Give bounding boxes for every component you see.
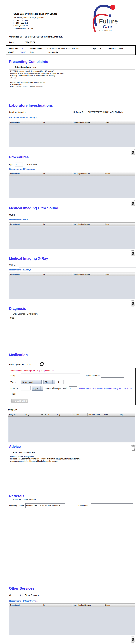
patient-info-row-2: Visit ID : 13857 Date : 2024-06-24	[8, 50, 136, 54]
meal-time-selected-value: Before Meal	[22, 381, 33, 383]
company-title: Future Care by Future Holdings (Pty) Lim…	[13, 13, 72, 16]
recommended-procedures-link[interactable]: Recommended Procedures	[9, 168, 139, 170]
trash-icon	[132, 150, 134, 154]
col-investigation-service: Investigation/Service	[73, 172, 104, 176]
advice-header-row: Advice	[9, 444, 136, 451]
lab-investigation-input[interactable]	[30, 110, 64, 114]
other-services-qty-input[interactable]	[15, 593, 23, 597]
trash-icon	[132, 302, 134, 306]
diagnosis-title: Diagnosis	[9, 306, 139, 311]
advice-textarea[interactable]: continue current management increase Tab…	[9, 455, 135, 488]
other-services-title: Other Services	[9, 586, 139, 590]
col-investigation-service: Investigation/Service	[73, 223, 104, 226]
col-department: Department	[10, 172, 42, 176]
way-qty-input[interactable]	[57, 380, 64, 384]
drug-list-table: Drug ID Drug Fequency Way Duration Durat…	[8, 413, 135, 442]
per-meal-label: Drugs/Tablets per meal :	[45, 387, 68, 390]
col-id: ID	[42, 223, 73, 226]
referrals-title: Refferals	[9, 494, 139, 498]
medication-title: Medication	[9, 353, 139, 357]
procedures-qty-input[interactable]	[15, 162, 23, 166]
xray-input-row: X-Rays :	[9, 263, 139, 268]
visit-date-label: Date	[30, 51, 47, 53]
duration-input[interactable]	[21, 386, 30, 390]
add-drug-button[interactable]: Add Drug	[11, 399, 28, 403]
gender-value: Male	[119, 48, 123, 50]
col-id: ID	[42, 121, 73, 124]
gender-label: Gender :	[108, 48, 119, 50]
diagnosis-sublabel: Enter Diagnosis Details Here	[13, 313, 139, 315]
logo-word-care-c: C	[103, 24, 106, 29]
logo-word-care-rest: re	[108, 24, 112, 29]
meal-time-select[interactable]: Before Meal ▼	[21, 380, 42, 384]
col-drug: Drug	[24, 413, 40, 416]
referred-by-value: ORITSETSETOS RAPHAEL PINNICK	[88, 111, 123, 114]
visit-date-value: : 2024-06-24	[47, 51, 58, 53]
frequency-select[interactable]: OD ▼	[43, 380, 55, 384]
delete-xray-item-button[interactable]	[131, 300, 135, 306]
delete-procedure-item-button[interactable]	[131, 200, 135, 206]
consulted-by-line: Consulted By : Dr. ORITSETSETOS RAPHAEL …	[9, 36, 139, 38]
refresh-prescription-id-button[interactable]	[40, 362, 44, 366]
xray-label: X-Rays :	[9, 264, 17, 266]
other-services-delete-row	[0, 636, 139, 642]
lab-table-body	[10, 124, 135, 147]
duration-unit-select[interactable]: Day/s ▼	[32, 386, 43, 390]
recommended-lab-testings-link[interactable]: Recommended Lab Testings	[9, 116, 139, 119]
duration-label: Duration :	[10, 387, 21, 390]
procedures-label: Procedures :	[26, 163, 38, 166]
decimal-fraction-note: Please add as decimal numbers when addin…	[79, 387, 132, 390]
prescription-id-input[interactable]	[26, 362, 39, 366]
referral-list-box[interactable]	[9, 510, 135, 583]
consultant-input[interactable]	[90, 504, 133, 508]
advice-title: Advice	[9, 444, 21, 449]
recommended-other-services-link[interactable]: Recommended Other Services	[9, 600, 139, 602]
delete-drug-list-item-button[interactable]	[130, 444, 136, 451]
recommended-xrays-link[interactable]: Recommended X-Rays	[9, 269, 139, 271]
logo-red-dot	[110, 5, 116, 10]
special-notes-input[interactable]	[101, 374, 124, 378]
trash-icon	[132, 251, 134, 256]
future-care-logo: Future C ♥ re Body Mind Soul	[90, 2, 122, 32]
patient-id-label: Patient ID :	[8, 48, 20, 50]
delete-lab-item-button[interactable]	[131, 149, 135, 155]
col-status: Status	[104, 172, 135, 176]
uss-table-header: Department ID Investigation/Service Stat…	[10, 223, 135, 226]
add-drug-label: Add Drug	[17, 400, 27, 402]
delete-uss-item-button[interactable]	[131, 250, 135, 256]
procedures-input[interactable]	[41, 162, 134, 167]
drug-input[interactable]	[21, 374, 80, 378]
col-status: Status	[104, 121, 135, 124]
xray-table: Department ID Investigation/Service Stat…	[9, 272, 135, 299]
other-services-qty-label: Qty :	[9, 594, 14, 596]
laboratory-investigations-title: Laboratory Investigations	[9, 104, 139, 108]
medication-entry-box: Please select the Drug from Drug suggess…	[6, 368, 136, 406]
way-row: Way : Before Meal ▼ OD ▼	[10, 380, 135, 384]
frequency-selected-value: OD	[45, 381, 48, 383]
visit-id-value: 13857	[20, 51, 30, 53]
trash-icon	[132, 638, 134, 642]
chevron-down-icon: ▼	[39, 380, 41, 384]
recommended-uss-link[interactable]: Recommended USS	[9, 218, 139, 221]
company-email: E: jude@future.sc	[13, 25, 72, 27]
other-services-input[interactable]	[42, 593, 134, 598]
company-address: Le Chainter,Victoria,Mahe,Seychelles	[13, 16, 72, 19]
consult-date-value: : 2024-06-24	[24, 41, 35, 43]
delete-other-service-item-button[interactable]	[131, 636, 135, 642]
complaints-textarea[interactable]: PT SEEN, a known type 2 dm managed for L…	[9, 69, 135, 99]
uss-label: USS :	[9, 214, 15, 216]
procedures-delete-row	[0, 200, 139, 206]
uss-table: Department ID Investigation/Service Stat…	[9, 222, 135, 249]
per-meal-input[interactable]	[69, 386, 77, 390]
company-phone-1: T: +24 82 593 593	[13, 19, 72, 21]
uss-input[interactable]	[16, 212, 136, 217]
complaints-sublabel: Enter Complaints Here	[15, 66, 139, 68]
trash-icon	[132, 201, 134, 205]
patient-name-label: Patient Name :	[30, 48, 47, 50]
xray-input[interactable]	[19, 263, 136, 268]
trash-icon	[131, 444, 136, 451]
col-note: Note	[104, 413, 119, 416]
diagnosis-textarea[interactable]: Stable	[9, 316, 135, 348]
referring-doctor-input[interactable]	[26, 504, 65, 508]
col-status: Status	[104, 273, 135, 276]
